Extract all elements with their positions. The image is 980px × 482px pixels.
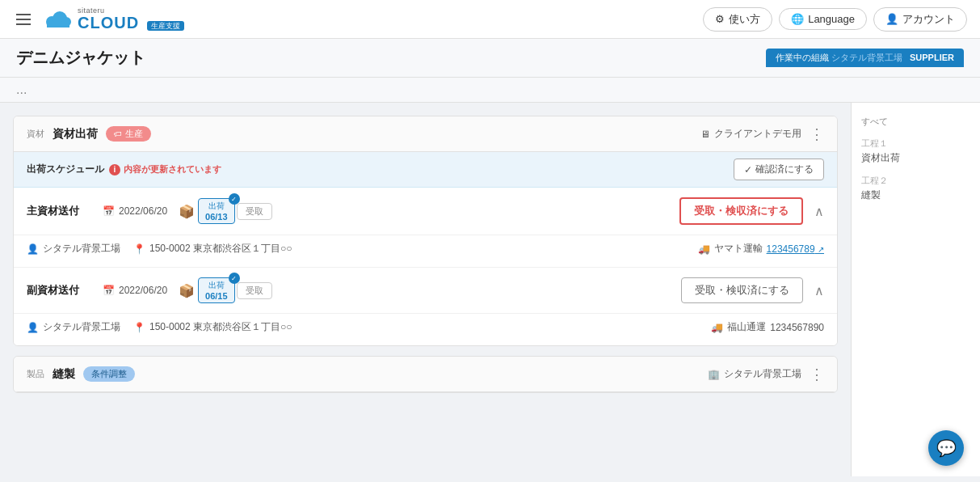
shipment2-main: 副資材送付 📅 2022/06/20 📦 出荷 06/15 ✓	[27, 277, 824, 303]
chat-fab-button[interactable]: 💬	[928, 430, 964, 466]
truck-icon2: 🚚	[711, 322, 723, 333]
shipment2-steps: 📦 出荷 06/15 ✓ 受取	[179, 277, 272, 303]
location-icon: 📍	[133, 243, 145, 255]
shipment1-main: 主資材送付 📅 2022/06/20 📦 出荷 06/13 ✓	[27, 197, 824, 225]
breadcrumb-row: ...	[0, 78, 980, 103]
shipment2-action-button[interactable]: 受取・検収済にする	[681, 277, 803, 303]
shipment2-name: 副資材送付	[27, 283, 91, 298]
card2-status-badge: 条件調整	[83, 366, 135, 382]
production-icon: 🏷	[114, 129, 122, 138]
tracking1-link[interactable]: 123456789 ↗	[767, 243, 824, 255]
step3-label: 出荷	[205, 280, 228, 291]
shipment1-date: 2022/06/20	[119, 205, 167, 217]
check-icon: ✓	[744, 164, 752, 175]
sidebar-p1-name: 資材出荷	[861, 151, 970, 165]
svg-rect-3	[47, 22, 69, 27]
step1-wrapper: 出荷 06/13 ✓	[198, 198, 235, 224]
info-icon: i	[109, 164, 120, 175]
tracking1-number: 123456789	[767, 243, 815, 255]
carrier1-name: ヤマト運輸	[714, 242, 763, 256]
shipment1-action-label: 受取・検収済にする	[694, 205, 789, 217]
shipment1-tracking: 🚚 ヤマト運輸 123456789 ↗	[698, 242, 824, 256]
account-label: アカウント	[902, 12, 955, 27]
card2-category: 製品	[27, 368, 44, 380]
schedule-bar: 出荷スケジュール i 内容が更新されています ✓ 確認済にする	[14, 152, 837, 188]
shipment2-collapse-button[interactable]: ∧	[814, 283, 824, 298]
logo-badge: 生産支援	[147, 21, 184, 31]
calendar-icon: 📅	[103, 205, 115, 217]
monitor-icon: 🖥	[700, 129, 710, 140]
supplier2-name-text: シタテル背景工場	[43, 320, 120, 334]
sidebar-p2-label: 工程２	[861, 175, 970, 187]
logo-area: sitateru CLOUD 生産支援	[44, 7, 184, 32]
help-button[interactable]: ⚙ 使い方	[703, 7, 772, 32]
card1-category: 資材	[27, 128, 44, 140]
user-icon: 👤	[885, 13, 898, 25]
shipment2-tracking: 🚚 福山通運 1234567890	[711, 320, 824, 334]
org-badge: 作業中の組織 シタテル背景工場 SUPPLIER	[766, 49, 964, 67]
schedule-text: 出荷スケジュール	[27, 163, 104, 176]
card1-client-label: クライアントデモ用	[714, 127, 801, 141]
shipment2-date: 2022/06/20	[119, 285, 167, 296]
help-label: 使い方	[729, 12, 760, 27]
external-link-icon: ↗	[818, 245, 824, 254]
card1-status-badge: 🏷 生産	[106, 126, 151, 142]
location-icon2: 📍	[133, 322, 145, 333]
supplier1-address-text: 150-0002 東京都渋谷区１丁目○○	[149, 242, 292, 256]
sidebar-p1-label: 工程１	[861, 137, 970, 150]
card1-title: 資材出荷	[53, 127, 98, 142]
step2-box: 受取	[237, 203, 272, 220]
org-name: シタテル背景工場	[831, 53, 902, 62]
step3-check-icon: ✓	[229, 273, 240, 284]
header-right: ⚙ 使い方 🌐 Language 👤 アカウント	[703, 7, 967, 32]
breadcrumb-dots[interactable]: ...	[16, 82, 27, 96]
help-icon: ⚙	[715, 13, 725, 25]
globe-icon: 🌐	[791, 13, 804, 25]
card1-client: 🖥 クライアントデモ用	[700, 127, 801, 141]
content-area: 資材 資材出荷 🏷 生産 🖥 クライアントデモ用 ⋮ 出荷スケジュール	[0, 103, 851, 476]
card2-header: 製品 縫製 条件調整 🏢 シタテル背景工場 ⋮	[14, 357, 837, 392]
schedule-notice: i 内容が更新されています	[109, 163, 221, 175]
card1-more-button[interactable]: ⋮	[810, 127, 824, 142]
supplier2-address: 📍 150-0002 東京都渋谷区１丁目○○	[133, 320, 292, 334]
card2-title: 縫製	[53, 367, 75, 382]
language-label: Language	[808, 13, 855, 25]
org-name-link[interactable]: シタテル背景工場	[831, 53, 905, 62]
menu-button[interactable]	[13, 11, 34, 28]
main-layout: 資材 資材出荷 🏷 生産 🖥 クライアントデモ用 ⋮ 出荷スケジュール	[0, 103, 980, 476]
sidebar-p2-name: 縫製	[861, 188, 970, 202]
step3-wrapper: 出荷 06/15 ✓	[198, 277, 235, 303]
carrier2-name: 福山通運	[727, 320, 766, 334]
language-button[interactable]: 🌐 Language	[779, 8, 867, 30]
shipment2-row: 副資材送付 📅 2022/06/20 📦 出荷 06/15 ✓	[14, 268, 837, 314]
shipment1-collapse-button[interactable]: ∧	[814, 204, 824, 219]
card2-more-button[interactable]: ⋮	[810, 367, 824, 382]
card2-client: 🏢 シタテル背景工場	[708, 367, 801, 381]
supplier1-row: 👤 シタテル背景工場 📍 150-0002 東京都渋谷区１丁目○○ 🚚 ヤマト運…	[14, 235, 837, 268]
account-button[interactable]: 👤 アカウント	[873, 7, 967, 32]
cloud-logo-icon	[44, 9, 73, 30]
step4-box: 受取	[237, 282, 272, 299]
step2-label: 受取	[246, 206, 263, 216]
shipment1-action-button[interactable]: 受取・検収済にする	[679, 197, 803, 225]
supplier1-address: 📍 150-0002 東京都渋谷区１丁目○○	[133, 242, 292, 256]
supplier1-name-text: シタテル背景工場	[43, 242, 120, 256]
logo-text: sitateru CLOUD 生産支援	[78, 7, 184, 32]
package-icon: 📦	[179, 204, 195, 219]
step1-label: 出荷	[205, 201, 228, 212]
building-icon: 🏢	[708, 369, 720, 380]
org-role: SUPPLIER	[910, 53, 954, 62]
card2-header-right: 🏢 シタテル背景工場 ⋮	[708, 367, 824, 382]
shipment1-name: 主資材送付	[27, 204, 91, 218]
card1-status: 生産	[125, 128, 143, 140]
chat-icon: 💬	[936, 438, 957, 458]
card2-status: 条件調整	[91, 368, 127, 380]
shipment1-date-field: 📅 2022/06/20	[103, 205, 167, 217]
shipment1-row: 主資材送付 📅 2022/06/20 📦 出荷 06/13 ✓	[14, 188, 837, 235]
confirm-button[interactable]: ✓ 確認済にする	[734, 159, 824, 180]
header-left: sitateru CLOUD 生産支援	[13, 7, 184, 32]
logo-cloud: CLOUD	[78, 14, 139, 32]
supplier2-address-text: 150-0002 東京都渋谷区１丁目○○	[149, 320, 292, 334]
person-icon: 👤	[27, 243, 39, 255]
schedule-label: 出荷スケジュール i 内容が更新されています	[27, 163, 221, 176]
